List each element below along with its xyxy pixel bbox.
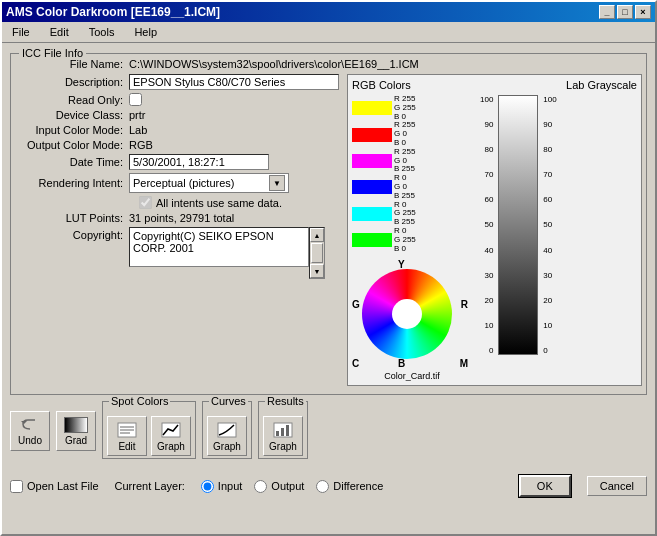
results-buttons: Graph [263, 416, 303, 456]
output-color-label: Output Color Mode: [19, 139, 129, 151]
open-last-checkbox[interactable] [10, 480, 23, 493]
file-name-value: C:\WINDOWS\system32\spool\drivers\color\… [129, 58, 419, 70]
edit-button[interactable]: Edit [107, 416, 147, 456]
spot-graph-label: Graph [157, 441, 185, 452]
results-group: Results Graph [258, 401, 308, 459]
grad-section: Grad [56, 411, 96, 451]
copyright-scrollbar: ▲ ▼ [309, 227, 325, 279]
svg-rect-8 [276, 431, 279, 436]
rendering-row: Rendering Intent: Perceptual (pictures) … [19, 173, 339, 193]
left-panel: Description: Read Only: Device Class: pr… [19, 74, 339, 386]
grayscale-section: 100 90 80 70 60 50 40 30 20 10 [480, 95, 557, 381]
cancel-button[interactable]: Cancel [587, 476, 647, 496]
swatch-magenta [352, 154, 392, 168]
output-color-value: RGB [129, 139, 153, 151]
swatch-green-labels: R 0 G 255 B 0 [394, 227, 416, 253]
swatch-magenta-labels: R 255 G 0 B 255 [394, 148, 415, 174]
scroll-up-arrow[interactable]: ▲ [310, 228, 324, 242]
open-last-label[interactable]: Open Last File [10, 480, 99, 493]
menu-file[interactable]: File [6, 24, 36, 40]
readonly-label: Read Only: [19, 94, 129, 106]
output-radio-label[interactable]: Output [254, 480, 304, 493]
layer-radio-group: Input Output Difference [201, 480, 383, 493]
undo-icon [20, 417, 40, 433]
rendering-dropdown-arrow[interactable]: ▼ [269, 175, 285, 191]
device-class-value: prtr [129, 109, 146, 121]
copyright-input[interactable]: Copyright(C) SEIKO EPSON CORP. 2001 [129, 227, 309, 267]
open-last-text: Open Last File [27, 480, 99, 492]
color-wheel-circle [362, 269, 452, 359]
all-intents-row: All intents use same data. [139, 196, 339, 209]
undo-label: Undo [18, 435, 42, 446]
output-color-row: Output Color Mode: RGB [19, 139, 339, 151]
color-panel: RGB Colors Lab Grayscale R 255 G 255 B 0 [347, 74, 642, 386]
undo-button[interactable]: Undo [10, 411, 50, 451]
swatch-cyan-row: R 0 G 255 B 255 [352, 201, 472, 227]
menu-help[interactable]: Help [128, 24, 163, 40]
lab-grayscale-label: Lab Grayscale [566, 79, 637, 91]
rendering-dropdown[interactable]: Perceptual (pictures) ▼ [129, 173, 289, 193]
difference-radio-label[interactable]: Difference [316, 480, 383, 493]
scroll-down-arrow[interactable]: ▼ [310, 264, 324, 278]
input-radio[interactable] [201, 480, 214, 493]
input-radio-text: Input [218, 480, 242, 492]
main-window: AMS Color Darkroom [EE169__1.ICM] _ □ × … [0, 0, 657, 536]
curves-graph-button[interactable]: Graph [207, 416, 247, 456]
rendering-label: Rendering Intent: [19, 177, 129, 189]
swatch-yellow [352, 101, 392, 115]
window-title: AMS Color Darkroom [EE169__1.ICM] [6, 5, 599, 19]
minimize-button[interactable]: _ [599, 5, 615, 19]
device-class-row: Device Class: prtr [19, 109, 339, 121]
m-label: M [460, 358, 468, 369]
spot-colors-group: Spot Colors Edit [102, 401, 196, 459]
file-name-label: File Name: [19, 58, 129, 70]
menu-bar: File Edit Tools Help [2, 22, 655, 43]
title-buttons: _ □ × [599, 5, 651, 19]
undo-section: Undo [10, 411, 50, 451]
grad-button[interactable]: Grad [56, 411, 96, 451]
swatch-blue [352, 180, 392, 194]
input-radio-label[interactable]: Input [201, 480, 242, 493]
svg-rect-9 [281, 428, 284, 436]
date-time-label: Date Time: [19, 156, 129, 168]
scroll-thumb[interactable] [311, 243, 323, 263]
status-bar: Open Last File Current Layer: Input Outp… [2, 469, 655, 503]
description-label: Description: [19, 76, 129, 88]
curves-buttons: Graph [207, 416, 247, 456]
wheel-center [392, 299, 422, 329]
rgb-colors-label: RGB Colors [352, 79, 411, 91]
swatch-yellow-row: R 255 G 255 B 0 [352, 95, 472, 121]
all-intents-checkbox[interactable] [139, 196, 152, 209]
date-time-input[interactable] [129, 154, 269, 170]
edit-label: Edit [118, 441, 135, 452]
all-intents-label: All intents use same data. [156, 197, 282, 209]
output-radio[interactable] [254, 480, 267, 493]
maximize-button[interactable]: □ [617, 5, 633, 19]
device-class-label: Device Class: [19, 109, 129, 121]
close-button[interactable]: × [635, 5, 651, 19]
menu-tools[interactable]: Tools [83, 24, 121, 40]
swatch-green-row: R 0 G 255 B 0 [352, 227, 472, 253]
grad-icon [64, 417, 88, 433]
spot-graph-button[interactable]: Graph [151, 416, 191, 456]
results-graph-button[interactable]: Graph [263, 416, 303, 456]
bottom-toolbar: Undo Grad Spot Colors [10, 401, 647, 459]
readonly-checkbox[interactable] [129, 93, 142, 106]
icc-group-title: ICC File Info [19, 47, 86, 59]
file-name-row: File Name: C:\WINDOWS\system32\spool\dri… [19, 58, 638, 70]
swatch-cyan-labels: R 0 G 255 B 255 [394, 201, 416, 227]
icc-group: ICC File Info File Name: C:\WINDOWS\syst… [10, 53, 647, 395]
right-panel: RGB Colors Lab Grayscale R 255 G 255 B 0 [347, 74, 642, 386]
results-graph-icon [272, 421, 294, 439]
current-layer-label: Current Layer: [115, 480, 185, 492]
description-input[interactable] [129, 74, 339, 90]
c-label: C [352, 358, 359, 369]
ok-button[interactable]: OK [519, 475, 571, 497]
color-wheel [362, 269, 452, 359]
difference-radio[interactable] [316, 480, 329, 493]
curves-group: Curves Graph [202, 401, 252, 459]
lut-label: LUT Points: [19, 212, 129, 224]
menu-edit[interactable]: Edit [44, 24, 75, 40]
swatch-yellow-labels: R 255 G 255 B 0 [394, 95, 416, 121]
color-wheel-container: Y G R C B M [352, 259, 472, 369]
